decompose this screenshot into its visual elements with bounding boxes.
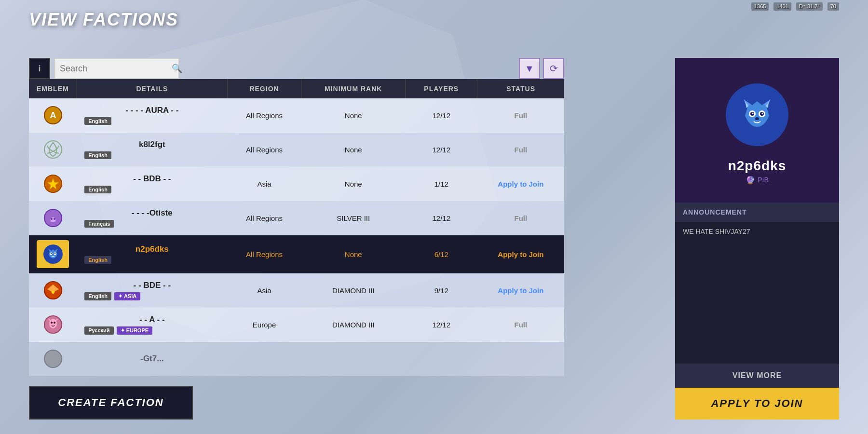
bottom-bar: CREATE FACTION bbox=[29, 386, 564, 420]
svg-point-28 bbox=[755, 117, 759, 120]
table-row[interactable]: - - BDE - - English ✦ ASIA Asia DIAMOND … bbox=[29, 273, 564, 308]
players-cell: 12/12 bbox=[406, 98, 477, 133]
status-cell: Apply to Join bbox=[477, 235, 564, 273]
announcement-text: WE HATE SHIVJAY27 bbox=[675, 222, 839, 364]
details-cell: - - BDB - - English bbox=[77, 167, 227, 201]
status-cell: Apply to Join bbox=[477, 167, 564, 201]
emblem-ghost-icon bbox=[41, 206, 65, 230]
emblem-cell bbox=[29, 342, 77, 376]
faction-tags: English bbox=[84, 117, 219, 125]
right-panel: n2p6dks 🔮 PIB ANNOUNCEMENT WE HATE SHIVJ… bbox=[675, 58, 839, 420]
faction-tags: Français bbox=[84, 220, 219, 228]
faction-name: - - BDE - - bbox=[84, 281, 219, 290]
create-faction-button[interactable]: CREATE FACTION bbox=[29, 386, 193, 420]
table-wrapper: EMBLEM DETAILS REGION MINIMUM RANK PLAYE… bbox=[29, 79, 564, 386]
table-row[interactable]: k8l2fgt English All Regions None 12/12 F… bbox=[29, 133, 564, 167]
search-container: 🔍 bbox=[54, 58, 179, 79]
players-cell: 9/12 bbox=[406, 273, 477, 308]
min-rank-cell: None bbox=[301, 167, 406, 201]
table-body: A - - - - AURA - - English All Regions bbox=[29, 98, 564, 376]
refresh-button[interactable]: ⟳ bbox=[543, 58, 564, 79]
min-rank-cell: None bbox=[301, 98, 406, 133]
svg-text:A: A bbox=[50, 110, 56, 120]
min-rank-cell: DIAMOND III bbox=[301, 308, 406, 342]
hud-value-2: 1401 bbox=[776, 3, 788, 9]
svg-point-15 bbox=[52, 291, 54, 294]
region-cell: Asia bbox=[227, 273, 301, 308]
hud-value-3: D⁺ 31.7° bbox=[799, 3, 820, 10]
faction-name: -Gt7... bbox=[84, 354, 219, 364]
tag-english: English bbox=[84, 186, 111, 193]
region-cell: All Regions bbox=[227, 201, 301, 235]
emblem-cell bbox=[29, 308, 77, 342]
status-apply: Apply to Join bbox=[498, 180, 543, 188]
region-cell: All Regions bbox=[227, 133, 301, 167]
tag-english: English bbox=[84, 292, 111, 300]
svg-point-18 bbox=[51, 322, 53, 324]
faction-tag-label: PIB bbox=[758, 176, 769, 184]
filter-button[interactable]: ▼ bbox=[519, 58, 540, 79]
search-button[interactable]: 🔍 bbox=[172, 63, 182, 74]
apply-to-join-button[interactable]: APPLY TO JOIN bbox=[675, 388, 839, 420]
col-status: STATUS bbox=[477, 79, 564, 98]
faction-banner: n2p6dks 🔮 PIB bbox=[675, 58, 839, 203]
svg-point-27 bbox=[762, 112, 763, 114]
svg-point-12 bbox=[50, 253, 51, 254]
emblem-wrapper: A bbox=[37, 103, 69, 127]
panel-inner: i 🔍 ▼ ⟳ EMBLEM bbox=[29, 58, 564, 420]
tag-english: English bbox=[84, 117, 111, 125]
tag-europe: ✦ EUROPE bbox=[117, 326, 152, 335]
status-cell: Full bbox=[477, 308, 564, 342]
status-full: Full bbox=[515, 214, 528, 222]
col-min-rank: MINIMUM RANK bbox=[301, 79, 406, 98]
info-icon: i bbox=[38, 64, 41, 74]
faction-tags: English bbox=[84, 256, 219, 264]
col-details: DETAILS bbox=[77, 79, 227, 98]
search-input[interactable] bbox=[60, 64, 172, 74]
status-cell: Apply to Join bbox=[477, 273, 564, 308]
min-rank-cell bbox=[301, 342, 406, 376]
table-row[interactable]: -Gt7... bbox=[29, 342, 564, 376]
emblem-wrapper bbox=[37, 312, 69, 337]
emblem-cell bbox=[29, 167, 77, 201]
faction-name: k8l2fgt bbox=[84, 140, 219, 149]
hud-overlay: 1365 1401 D⁺ 31.7° 70 bbox=[751, 2, 839, 11]
hud-block-3: D⁺ 31.7° bbox=[796, 2, 823, 11]
region-cell bbox=[227, 342, 301, 376]
faction-emblem-large bbox=[719, 76, 796, 153]
table-row[interactable]: - - BDB - - English Asia None 1/12 Apply… bbox=[29, 167, 564, 201]
min-rank-cell: None bbox=[301, 133, 406, 167]
players-cell: 12/12 bbox=[406, 201, 477, 235]
status-cell: Full bbox=[477, 201, 564, 235]
status-full: Full bbox=[515, 321, 528, 329]
players-cell: 12/12 bbox=[406, 133, 477, 167]
emblem-wrapper bbox=[37, 240, 69, 268]
svg-point-26 bbox=[752, 112, 754, 114]
emblem-phoenix-icon bbox=[41, 278, 65, 302]
min-rank-cell: SILVER III bbox=[301, 201, 406, 235]
table-row[interactable]: - - - -Otiste Français All Regions SILVE… bbox=[29, 201, 564, 235]
faction-tags: English bbox=[84, 186, 219, 193]
pib-icon: 🔮 bbox=[746, 176, 755, 185]
emblem-avengers-icon: A bbox=[41, 103, 65, 127]
faction-name: - - - - AURA - - bbox=[84, 106, 219, 115]
emblem-wrapper bbox=[37, 206, 69, 230]
table-row[interactable]: n2p6dks English All Regions None 6/12 Ap… bbox=[29, 235, 564, 273]
info-button[interactable]: i bbox=[29, 58, 50, 79]
details-cell: -Gt7... bbox=[77, 342, 227, 376]
emblem-wrapper bbox=[37, 347, 69, 371]
details-cell: - - - - AURA - - English bbox=[77, 98, 227, 133]
page-title: VIEW FACTIONS bbox=[29, 10, 178, 30]
table-row[interactable]: A - - - - AURA - - English All Regions bbox=[29, 98, 564, 133]
hud-block-2: 1401 bbox=[773, 2, 791, 11]
status-cell: Full bbox=[477, 133, 564, 167]
hud-value-4: 70 bbox=[830, 3, 836, 9]
details-cell: k8l2fgt English bbox=[77, 133, 227, 167]
svg-point-19 bbox=[54, 322, 55, 324]
svg-point-13 bbox=[54, 253, 55, 254]
table-header: EMBLEM DETAILS REGION MINIMUM RANK PLAYE… bbox=[29, 79, 564, 98]
emblem-starcircle-icon bbox=[41, 172, 65, 196]
table-row[interactable]: - - A - - Русский ✦ EUROPE Europe DIAMON… bbox=[29, 308, 564, 342]
emblem-generic-icon bbox=[41, 347, 65, 371]
view-more-button[interactable]: VIEW MORE bbox=[675, 364, 839, 388]
